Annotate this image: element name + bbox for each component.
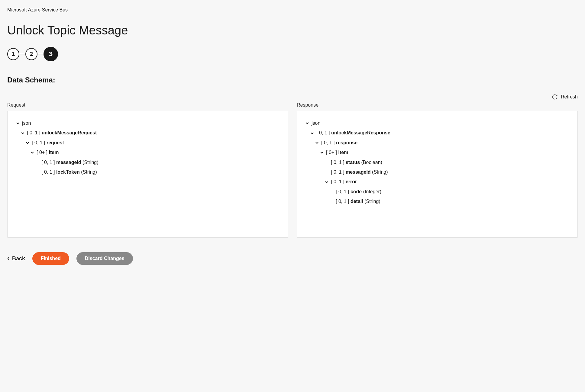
tree-row: [ 0, 1 ] messageId (String) [305, 167, 569, 177]
tree-node-label: [ 0, 1 ] lockToken (String) [41, 169, 97, 175]
step-connector [19, 54, 25, 54]
tree-node-label: json [312, 120, 320, 127]
response-column: Response json[ 0, 1 ] unlockMessageRespo… [297, 102, 578, 238]
request-column: Request json[ 0, 1 ] unlockMessageReques… [7, 102, 288, 238]
request-column-label: Request [7, 102, 288, 108]
footer-actions: Back Finished Discard Changes [7, 252, 578, 265]
chevron-down-icon[interactable] [315, 141, 319, 145]
tree-node-label: [ 0, 1 ] response [321, 140, 357, 146]
back-label: Back [12, 255, 25, 262]
tree-node-label: [ 0, 1 ] unlockMessageResponse [316, 130, 390, 136]
tree-node-label: [ 0+ ] item [326, 149, 348, 156]
chevron-down-icon[interactable] [31, 151, 34, 154]
chevron-down-icon[interactable] [16, 121, 20, 125]
tree-row[interactable]: json [16, 118, 280, 128]
tree-node-label: [ 0+ ] item [37, 149, 59, 156]
tree-row: [ 0, 1 ] messageId (String) [16, 158, 280, 167]
tree-node-label: [ 0, 1 ] messageId (String) [41, 159, 99, 166]
back-button[interactable]: Back [7, 255, 25, 262]
wizard-stepper: 1 2 3 [7, 47, 578, 61]
chevron-down-icon[interactable] [305, 121, 309, 125]
finished-button[interactable]: Finished [32, 252, 69, 265]
step-3[interactable]: 3 [44, 47, 58, 61]
response-column-label: Response [297, 102, 578, 108]
step-1[interactable]: 1 [7, 48, 19, 60]
tree-row[interactable]: [ 0, 1 ] response [305, 138, 569, 148]
tree-row[interactable]: [ 0, 1 ] error [305, 177, 569, 187]
tree-node-label: [ 0, 1 ] code (Integer) [336, 188, 381, 195]
step-2[interactable]: 2 [25, 48, 37, 60]
tree-row[interactable]: [ 0, 1 ] unlockMessageResponse [305, 128, 569, 138]
chevron-down-icon[interactable] [320, 151, 324, 154]
tree-node-label: json [22, 120, 31, 127]
chevron-down-icon[interactable] [310, 131, 314, 135]
tree-row[interactable]: [ 0+ ] item [16, 148, 280, 157]
request-panel: json[ 0, 1 ] unlockMessageRequest[ 0, 1 … [7, 111, 288, 238]
tree-row[interactable]: [ 0+ ] item [305, 148, 569, 157]
page-title: Unlock Topic Message [7, 24, 578, 37]
section-title: Data Schema: [7, 76, 578, 84]
tree-row: [ 0, 1 ] lockToken (String) [16, 167, 280, 177]
refresh-icon [552, 94, 558, 100]
discard-changes-button[interactable]: Discard Changes [76, 252, 133, 265]
breadcrumb-link[interactable]: Microsoft Azure Service Bus [7, 7, 68, 13]
tree-node-label: [ 0, 1 ] detail (String) [336, 198, 380, 205]
tree-node-label: [ 0, 1 ] request [32, 140, 64, 146]
chevron-down-icon[interactable] [21, 131, 24, 135]
chevron-left-icon [7, 256, 10, 261]
tree-row[interactable]: [ 0, 1 ] unlockMessageRequest [16, 128, 280, 138]
tree-row: [ 0, 1 ] status (Boolean) [305, 158, 569, 167]
tree-row[interactable]: json [305, 118, 569, 128]
tree-node-label: [ 0, 1 ] status (Boolean) [331, 159, 382, 166]
tree-row[interactable]: [ 0, 1 ] request [16, 138, 280, 148]
chevron-down-icon[interactable] [325, 180, 328, 184]
chevron-down-icon[interactable] [26, 141, 29, 145]
tree-node-label: [ 0, 1 ] messageId (String) [331, 169, 388, 175]
response-panel: json[ 0, 1 ] unlockMessageResponse[ 0, 1… [297, 111, 578, 238]
refresh-label: Refresh [561, 94, 578, 100]
tree-node-label: [ 0, 1 ] unlockMessageRequest [27, 130, 97, 136]
refresh-button[interactable]: Refresh [552, 94, 578, 100]
step-connector [37, 54, 44, 54]
tree-row: [ 0, 1 ] code (Integer) [305, 187, 569, 197]
tree-node-label: [ 0, 1 ] error [331, 178, 357, 185]
tree-row: [ 0, 1 ] detail (String) [305, 197, 569, 206]
